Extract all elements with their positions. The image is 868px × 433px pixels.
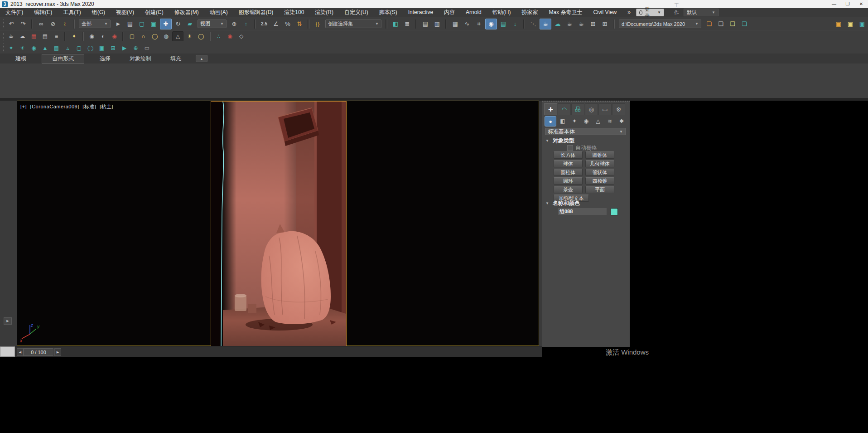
menu-create[interactable]: 创建(C) [140, 8, 169, 17]
dome-light-icon[interactable]: ∩ [138, 32, 149, 41]
forest-pack-icon[interactable]: ▲ [40, 44, 50, 53]
window-frame-icon[interactable]: ▭ [142, 44, 152, 53]
sun-light-icon[interactable]: ☀ [184, 32, 195, 41]
display-tab[interactable]: ▭ [598, 103, 612, 115]
spacewarps-subtab[interactable]: ≋ [604, 116, 615, 126]
menu-edit[interactable]: 编辑(E) [29, 8, 58, 17]
checkbox-icon[interactable] [567, 145, 573, 151]
ribbon-collapse-button[interactable]: ▴ [196, 55, 207, 62]
time-slider-handle[interactable]: 0 / 100 [24, 348, 53, 356]
menu-scripting[interactable]: 脚本(S) [374, 8, 403, 17]
cone-button[interactable]: 圆锥体 [585, 151, 614, 159]
render-in-cloud-icon[interactable]: ☁ [552, 19, 563, 29]
select-and-move-icon[interactable]: ✚ [160, 19, 172, 29]
modify-tab[interactable]: ◠ [558, 103, 571, 115]
workspace-dropdown[interactable]: 默认 ▼ [684, 9, 719, 16]
undo-icon[interactable]: ↶ [6, 19, 17, 29]
camera-add-icon[interactable]: ⊕ [130, 44, 141, 53]
forest-edge-icon[interactable]: ▵ [63, 44, 73, 53]
ribbon-tab-populate[interactable]: 填充 [167, 54, 185, 63]
rectangular-selection-region-icon[interactable]: ▢ [136, 19, 147, 29]
menu-content[interactable]: 内容 [439, 8, 460, 17]
object-type-rollout[interactable]: ▼ 对象类型 [545, 137, 574, 145]
unlink-selection-icon[interactable]: ⊘ [48, 19, 58, 29]
utilities-tab[interactable]: ⚙ [612, 103, 625, 115]
menu-help[interactable]: 帮助(H) [487, 8, 516, 17]
quick-render-icon[interactable]: ☕ [564, 19, 575, 29]
menu-modifiers[interactable]: 修改器(M) [169, 8, 204, 17]
railclone-ring-icon[interactable]: ◯ [85, 44, 96, 53]
slate-play-icon[interactable]: ▶ [119, 44, 130, 53]
render-elements-icon[interactable]: ▤ [40, 32, 50, 41]
menu-max-antivirus[interactable]: Max 杀毒卫士 [543, 8, 588, 17]
select-by-name-icon[interactable]: ▤ [125, 19, 135, 29]
autogrid-checkbox-row[interactable]: 自动栅格 [567, 144, 597, 152]
forest-tools-icon[interactable]: ▢ [74, 44, 84, 53]
select-and-link-icon[interactable]: ∞ [36, 19, 47, 29]
align-icon[interactable]: ≣ [402, 19, 413, 29]
viewport-style-label[interactable]: [标准] [82, 104, 96, 109]
viewport-camera-name[interactable]: [CoronaCamera009] [30, 104, 79, 109]
menu-tools[interactable]: 工具(T) [58, 8, 86, 17]
select-object-icon[interactable]: ► [113, 19, 124, 29]
tube-button[interactable]: 管状体 [585, 169, 614, 176]
toggle-ribbon-icon[interactable]: ▦ [450, 19, 461, 29]
target-camera-icon[interactable]: ◐ [98, 32, 108, 41]
menu-customize[interactable]: 自定义(U) [339, 8, 374, 17]
menu-file[interactable]: 文件(F) [0, 8, 29, 17]
layer-explorer-icon[interactable]: ▥ [432, 19, 443, 29]
ribbon-tab-selection[interactable]: 选择 [96, 54, 114, 63]
grid-plus-icon[interactable]: ⊞ [108, 44, 118, 53]
scene-explorer-icon[interactable]: ▤ [420, 19, 431, 29]
plane-light-icon[interactable]: ▢ [127, 32, 137, 41]
forest-list-icon[interactable]: ▤ [51, 44, 62, 53]
plane-button[interactable]: 平面 [585, 186, 614, 193]
ribbon-tab-modeling[interactable]: 建模 [12, 54, 30, 63]
corona-cam-icon[interactable]: ◉ [29, 44, 39, 53]
teapot-button[interactable]: 茶壶 [554, 186, 583, 193]
corona-teapot-icon[interactable]: ☕ [6, 32, 16, 41]
toolbar-drag-handle[interactable] [1, 19, 4, 29]
maximize-button[interactable]: ❐ [841, 0, 854, 8]
scatter-icon[interactable]: ∴ [213, 32, 224, 41]
select-and-scale-icon[interactable]: ▰ [184, 19, 195, 29]
selection-filter-dropdown[interactable]: 全部▼ [79, 19, 111, 28]
sphere-light-icon[interactable]: ◯ [149, 32, 160, 41]
geometry-subtab[interactable]: ● [545, 116, 556, 126]
box-button[interactable]: 长方体 [554, 151, 583, 159]
snaps-toggle-icon[interactable]: 2.5 [259, 19, 270, 29]
open-project-icon[interactable]: ❏ [715, 19, 726, 29]
motion-tab[interactable]: ◎ [585, 103, 598, 115]
systems-subtab[interactable]: ✱ [616, 116, 627, 126]
use-pivot-center-icon[interactable]: ⊕ [229, 19, 240, 29]
shapes-subtab[interactable]: ◧ [557, 116, 568, 126]
project-folder-dropdown[interactable]: d:\Documents\3ds Max 2020▼ [619, 19, 701, 28]
mesh-light-icon[interactable]: ◍ [161, 32, 171, 41]
menu-views[interactable]: 视图(V) [111, 8, 140, 17]
object-name-field[interactable]: 组088 [557, 208, 607, 215]
object-color-swatch[interactable] [611, 208, 618, 215]
name-color-rollout[interactable]: ▼ 名称和颜色 [545, 199, 580, 207]
camera-tripod-icon[interactable]: ◉ [87, 32, 97, 41]
percent-snap-icon[interactable]: % [282, 19, 293, 29]
select-and-manipulate-icon[interactable]: ↑ [241, 19, 251, 29]
sphere-button[interactable]: 球体 [554, 160, 583, 167]
ies-light-icon[interactable]: ◯ [196, 32, 206, 41]
toolbar-drag-handle[interactable] [1, 43, 4, 53]
physical-camera-icon[interactable]: ◉ [109, 32, 120, 41]
curve-editor-icon[interactable]: ∿ [462, 19, 473, 29]
next-frame-button[interactable]: ▶ [54, 348, 61, 356]
primitive-category-dropdown[interactable]: 标准基本体 ▼ [545, 128, 626, 135]
angle-snap-icon[interactable]: ∠ [270, 19, 281, 29]
wire-diamond-icon[interactable]: ◇ [236, 32, 246, 41]
set-project-folder-icon[interactable]: ❏ [704, 19, 714, 29]
material-editor-icon[interactable]: ◉ [485, 19, 497, 29]
bitmap-viewer-icon[interactable]: ▦ [29, 32, 39, 41]
lights-subtab[interactable]: ✦ [569, 116, 580, 126]
cylinder-button[interactable]: 圆柱体 [554, 169, 583, 176]
menu-overflow[interactable]: » [622, 8, 636, 17]
expand-panel-button[interactable]: ▶ [4, 317, 12, 325]
ribbon-tab-object-paint[interactable]: 对象绘制 [126, 54, 155, 63]
toolbar-drag-handle[interactable] [1, 31, 4, 41]
menu-interactive[interactable]: Interactive [403, 8, 439, 17]
